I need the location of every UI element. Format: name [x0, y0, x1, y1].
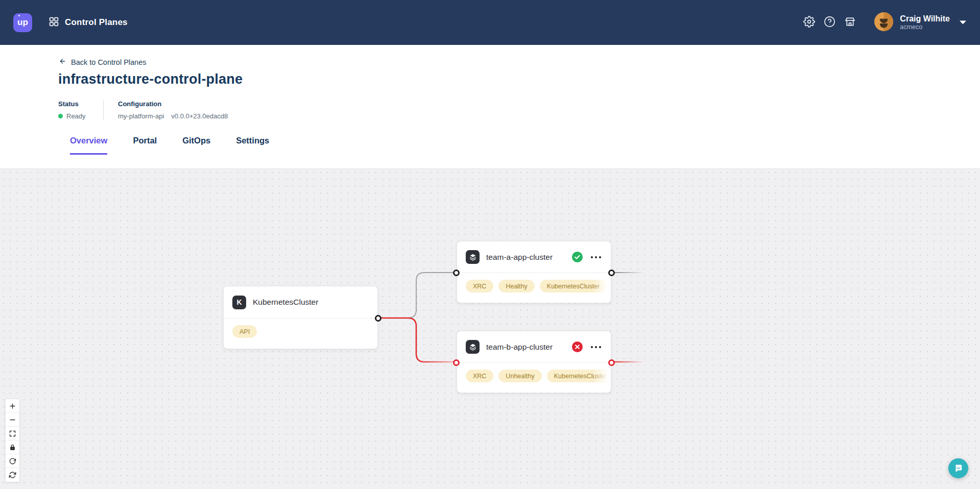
configuration-block: Configuration my-platform-api v0.0.0+23.…: [111, 100, 228, 120]
canvas-controls: [5, 399, 20, 482]
user-org: acmeco: [900, 23, 950, 31]
rotate-button[interactable]: [6, 454, 19, 468]
lock-button[interactable]: [6, 441, 19, 454]
connection-handle-left[interactable]: [453, 359, 460, 366]
meta-row: Status Ready Configuration my-platform-a…: [58, 100, 980, 120]
tab-portal[interactable]: Portal: [133, 136, 157, 155]
app-switcher[interactable]: Control Planes: [49, 16, 128, 29]
status-value: Ready: [58, 112, 103, 120]
node-team-b-app-cluster[interactable]: team-b-app-cluster XRC Unhealthy Kuberne…: [457, 331, 611, 393]
meta-divider: [103, 100, 104, 120]
logo-text: up: [17, 17, 28, 28]
tab-overview[interactable]: Overview: [70, 136, 107, 155]
configuration-value: my-platform-api v0.0.0+23.0edacd8: [118, 112, 228, 120]
status-ready-dot: [58, 114, 63, 118]
connection-handle-right[interactable]: [375, 315, 381, 322]
status-label: Status: [58, 100, 103, 108]
minus-icon: [9, 416, 16, 424]
node-team-a-app-cluster[interactable]: team-a-app-cluster XRC Healthy Kubernete…: [457, 241, 611, 303]
arrow-left-icon: [58, 58, 67, 66]
chat-launcher-button[interactable]: [948, 458, 968, 478]
lock-icon: [9, 444, 16, 451]
healthy-check-icon: [572, 252, 583, 262]
edge-k8s-to-team-a: [378, 273, 457, 318]
upbound-logo[interactable]: up: [13, 13, 32, 32]
edge-k8s-to-team-b: [378, 318, 457, 362]
top-navbar: up Control Planes: [0, 0, 980, 45]
layers-icon: [466, 340, 480, 354]
kubernetes-k-icon: K: [232, 296, 246, 309]
fit-view-button[interactable]: [6, 427, 19, 441]
node-badges: API: [224, 319, 377, 345]
page-title: infrastructure-control-plane: [58, 71, 980, 87]
node-badges: XRC Unhealthy KubernetesCluster: [457, 363, 611, 389]
badge-api: API: [232, 325, 257, 338]
user-names: Craig Wilhite acmeco: [900, 14, 950, 31]
app-title: Control Planes: [65, 17, 128, 28]
node-header: team-a-app-cluster: [457, 241, 611, 273]
grid-icon: [49, 16, 59, 29]
zoom-out-button[interactable]: [6, 413, 19, 427]
chat-bubble-icon: [953, 463, 964, 474]
refresh-icon: [9, 471, 16, 479]
avatar: [874, 12, 893, 33]
badge-unhealthy: Unhealthy: [498, 370, 541, 382]
help-circle-icon: [824, 16, 835, 30]
tab-bar: Overview Portal GitOps Settings: [58, 136, 980, 155]
gear-icon: [803, 16, 815, 30]
node-title: KubernetesCluster: [253, 298, 318, 307]
badge-kind: KubernetesCluster: [540, 280, 607, 292]
chevron-down-icon: [959, 18, 967, 27]
status-block: Status Ready: [58, 100, 103, 120]
badge-xrc: XRC: [466, 370, 493, 382]
storefront-icon: [844, 16, 856, 30]
badge-healthy: Healthy: [498, 280, 534, 292]
fit-view-icon: [9, 430, 16, 437]
badge-xrc: XRC: [466, 280, 493, 292]
layers-icon: [466, 250, 480, 264]
configuration-version: v0.0.0+23.0edacd8: [171, 112, 228, 120]
node-title: team-b-app-cluster: [486, 343, 553, 352]
node-badges: XRC Healthy KubernetesCluster: [457, 273, 611, 299]
node-kubernetes-cluster[interactable]: K KubernetesCluster API: [223, 286, 378, 349]
badge-kind: KubernetesCluster: [547, 370, 611, 382]
node-options-menu[interactable]: [590, 254, 602, 260]
configuration-label: Configuration: [118, 100, 228, 108]
user-menu[interactable]: Craig Wilhite acmeco: [874, 12, 967, 33]
back-link-label: Back to Control Planes: [71, 58, 147, 66]
connection-handle-left[interactable]: [453, 270, 460, 276]
user-name: Craig Wilhite: [900, 14, 950, 23]
marketplace-button[interactable]: [840, 12, 860, 33]
node-title: team-a-app-cluster: [486, 253, 553, 262]
connection-handle-right[interactable]: [608, 359, 615, 366]
node-header: K KubernetesCluster: [224, 286, 377, 319]
graph-canvas[interactable]: K KubernetesCluster API team-a-app-clust…: [0, 168, 980, 489]
status-text: Ready: [66, 112, 86, 120]
unhealthy-x-icon: [572, 341, 583, 352]
refresh-button[interactable]: [6, 468, 19, 482]
tab-gitops[interactable]: GitOps: [182, 136, 210, 155]
plus-icon: [9, 402, 16, 410]
back-link[interactable]: Back to Control Planes: [58, 58, 147, 66]
rotate-cw-icon: [9, 457, 16, 465]
settings-button[interactable]: [799, 12, 819, 33]
zoom-in-button[interactable]: [6, 399, 19, 413]
configuration-name: my-platform-api: [118, 112, 164, 120]
help-button[interactable]: [819, 12, 840, 33]
page-header: Back to Control Planes infrastructure-co…: [0, 45, 980, 155]
graph-edges: [0, 169, 980, 489]
node-header: team-b-app-cluster: [457, 331, 611, 363]
tab-settings[interactable]: Settings: [236, 136, 269, 155]
connection-handle-right[interactable]: [608, 270, 615, 276]
node-options-menu[interactable]: [590, 344, 602, 350]
